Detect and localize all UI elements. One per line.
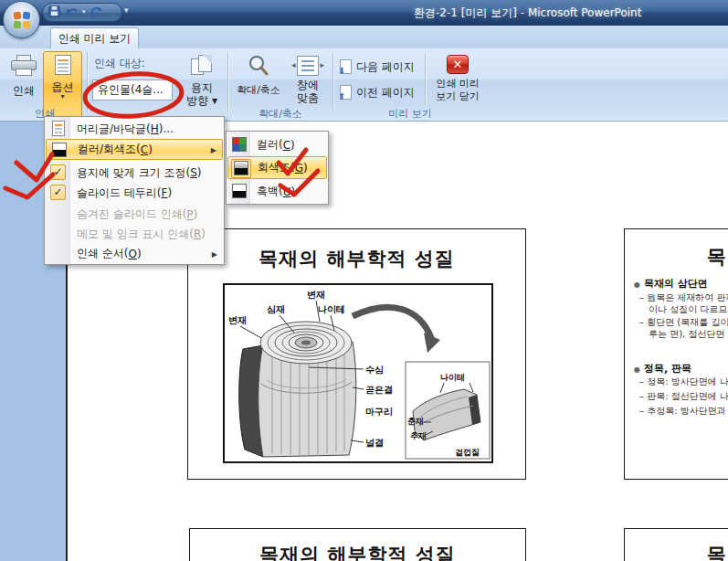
menu-item-color-grayscale[interactable]: 컬러/회색조(C) ▶ (46, 139, 223, 160)
submenu-item-color[interactable]: 컬러(C) (227, 133, 327, 156)
svg-text:추재: 추재 (410, 431, 427, 440)
svg-text:널결: 널결 (365, 438, 384, 448)
group-label-preview: 미리 보기 (334, 107, 486, 120)
menu-item-frame-slides[interactable]: ✓ 슬라이드 테두리(F) (46, 183, 223, 203)
slide2-bullet-2: ●정목, 판목 (634, 362, 691, 376)
svg-text:수심: 수심 (365, 365, 384, 375)
slide2-text-line: 루는 면), 절선단면 (연 (649, 328, 728, 341)
bullet-icon: ● (634, 365, 640, 374)
magnifier-icon (247, 54, 270, 80)
menu-item-print-hidden-slides: 숨겨진 슬라이드 인쇄(P) (46, 205, 223, 224)
checked-checkbox-icon: ✓ (50, 164, 66, 180)
svg-text:춘재: 춘재 (407, 417, 424, 426)
svg-text:변재: 변재 (228, 315, 247, 325)
slide2-text-line: – 횡단면 (목재를 길이 (639, 316, 728, 329)
svg-text:곧은결: 곧은결 (365, 385, 393, 395)
slide2-title: 목 (707, 244, 726, 270)
office-logo-icon (11, 9, 33, 31)
slide2-text-line: – 추정목: 방사단면과 (639, 405, 726, 418)
header-footer-icon (52, 121, 65, 136)
undo-dropdown-icon[interactable]: ▾ (82, 9, 86, 16)
color-grayscale-submenu: 컬러(C) 회색조(G) 흑백(U) (226, 131, 329, 205)
submenu-arrow-icon: ▶ (212, 249, 217, 258)
slide-thumbnail-3[interactable]: 목재의 해부학적 성질 (189, 528, 526, 561)
svg-text:변재: 변재 (307, 290, 325, 300)
wood-diagram-frame: 변재 심재 변재 나이테 수심 곧은결 마구리 널결 (223, 283, 493, 463)
powerpoint-window: ▾ ▾ 환경-2-1 [미리 보기] - Microsoft PowerPoin… (0, 0, 728, 561)
slide2-bullet-1: ●목재의 삼단면 (634, 277, 708, 291)
menu-item-scale-to-fit[interactable]: ✓ 용지에 맞게 크기 조정(S) (46, 163, 223, 183)
title-bar: ▾ ▾ 환경-2-1 [미리 보기] - Microsoft PowerPoin… (0, 0, 728, 26)
submenu-arrow-icon: ▶ (211, 145, 216, 153)
slide1-title: 목재의 해부학적 성질 (188, 246, 525, 271)
tab-print-preview[interactable]: 인쇄 미리 보기 (50, 27, 139, 48)
window-title: 환경-2-1 [미리 보기] - Microsoft PowerPoint (414, 5, 641, 21)
grayscale-icon (234, 161, 248, 175)
save-icon[interactable] (48, 5, 60, 19)
submenu-item-black-white[interactable]: 흑백(U) (227, 180, 327, 203)
menu-item-header-footer[interactable]: 머리글/바닥글(H)... (46, 119, 223, 139)
next-page-button[interactable]: ⬇ 다음 페이지 (340, 56, 415, 78)
slide2-text-line: – 정목: 방사단면에 나 (639, 376, 728, 388)
checked-checkbox-icon: ✓ (50, 185, 66, 200)
color-icon (232, 137, 247, 152)
svg-text:나이테: 나이테 (318, 304, 345, 314)
group-separator (227, 52, 229, 112)
svg-text:마구리: 마구리 (365, 407, 393, 417)
slide4-title: 목 (707, 542, 726, 561)
qat-customize-icon[interactable]: ▾ (124, 6, 129, 15)
color-grayscale-icon (52, 143, 67, 157)
quick-access-toolbar: ▾ (42, 3, 122, 22)
slide2-text-line: 이나 성질이 다르므로 (649, 303, 728, 316)
slide3-title: 목재의 해부학적 성질 (190, 542, 525, 561)
options-menu: 머리글/바닥글(H)... 컬러/회색조(C) ▶ ✓ 용지에 맞게 크기 조정… (44, 116, 225, 265)
slide2-text-line: – 원목은 제재하여 판재 (639, 291, 728, 304)
paper-orientation-icon (190, 54, 214, 78)
bullet-icon: ● (634, 280, 640, 289)
slide-thumbnail-4[interactable]: 목 (624, 528, 728, 561)
previous-page-icon: ⬆ (340, 85, 352, 100)
svg-text:심재: 심재 (267, 304, 285, 314)
chevron-down-icon: ▾ (60, 93, 64, 101)
undo-icon[interactable] (65, 6, 78, 19)
wood-anatomy-diagram: 변재 심재 변재 나이테 수심 곧은결 마구리 널결 (225, 285, 491, 461)
previous-page-button[interactable]: ⬆ 이전 페이지 (340, 81, 415, 103)
printer-icon (11, 55, 37, 77)
black-white-icon (232, 184, 247, 198)
submenu-item-grayscale[interactable]: 회색조(G) (227, 156, 327, 179)
office-button[interactable] (3, 1, 40, 38)
svg-text:겉껍질: 겉껍질 (455, 448, 480, 457)
button-divider (425, 54, 427, 105)
slide-thumbnail-2[interactable]: 목 ●목재의 삼단면 – 원목은 제재하여 판재 이나 성질이 다르므로 – 횡… (624, 228, 728, 480)
ribbon: 인쇄 옵션 ▾ 인쇄 대상: 유인물(4슬... 용지 방향 ▾ 확대/축소 (0, 48, 728, 122)
slide-thumbnail-1[interactable]: 목재의 해부학적 성질 (187, 228, 526, 480)
orientation-button[interactable]: 용지 방향 ▾ (179, 51, 225, 119)
group-separator (332, 52, 334, 112)
group-separator (87, 52, 89, 112)
slide2-text-line: – 판목: 절선단면에 나 (639, 390, 728, 403)
svg-text:나이테: 나이테 (440, 373, 465, 382)
print-target-combobox[interactable]: 유인물(4슬... (92, 79, 173, 101)
ribbon-tab-row: 인쇄 미리 보기 (0, 26, 728, 48)
menu-item-print-comments-ink: 메모 및 잉크 표시 인쇄(R) (46, 224, 223, 244)
menu-item-printing-order[interactable]: 인쇄 순서(O) ▶ (46, 244, 223, 263)
print-target-label: 인쇄 대상: (94, 56, 145, 71)
fit-window-icon (297, 56, 319, 76)
close-icon: ✕ (447, 55, 469, 74)
group-label-zoom: 확대/축소 (229, 107, 332, 120)
next-page-icon: ⬇ (340, 59, 352, 74)
redo-icon[interactable] (90, 6, 102, 19)
options-icon (55, 55, 71, 75)
